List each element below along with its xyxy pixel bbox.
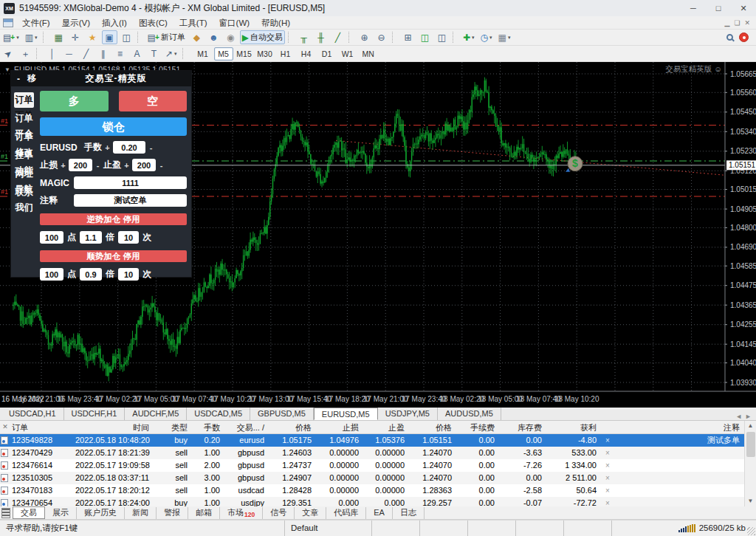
panel-nav-pending-order[interactable]: 挂单功能 — [14, 148, 34, 163]
menu-charts[interactable]: 图表(C) — [133, 16, 173, 30]
mdi-close-icon[interactable]: ✕ — [744, 19, 750, 27]
timeframe-m5[interactable]: M5 — [214, 47, 233, 61]
status-profile[interactable]: Default — [284, 520, 371, 536]
signals-button[interactable]: ◉ — [223, 30, 238, 44]
chat-button[interactable]: ☻ — [206, 30, 221, 44]
terminal-tab-trade[interactable]: 交易 — [13, 506, 45, 519]
dropdown-caret-icon[interactable]: ▾ — [508, 35, 511, 41]
equidistant-channel-button[interactable]: ∥ — [95, 47, 111, 61]
market-watch-button[interactable]: ▦ — [51, 30, 66, 44]
auto-arrange-button[interactable]: ◫ — [417, 30, 433, 44]
column-header-0[interactable]: 订单 — [0, 421, 71, 434]
close-order-icon[interactable]: × — [601, 497, 614, 506]
mdi-minimize-icon[interactable]: ▁ — [724, 19, 729, 27]
mdi-restore-icon[interactable]: ❏ — [734, 19, 740, 27]
dropdown-caret-icon[interactable]: ▾ — [16, 35, 19, 41]
column-header-2[interactable]: 类型 — [154, 421, 192, 434]
templates-button[interactable]: ▦▾ — [496, 30, 513, 44]
panel-nav-web-navigation[interactable]: 网址导航 — [14, 166, 34, 182]
minimize-button[interactable]: ─ — [681, 0, 706, 16]
timeframe-h1[interactable]: H1 — [276, 47, 295, 61]
terminal-tab-account-history[interactable]: 账户历史 — [77, 507, 125, 519]
order-row[interactable]: 1234704292022.05.17 18:21:39sell1.00gbpu… — [0, 447, 744, 459]
scroll-down-icon[interactable]: ▼ — [745, 496, 756, 506]
fibonacci-button[interactable]: ≡ — [112, 47, 128, 61]
vertical-line-button[interactable]: │ — [44, 47, 60, 61]
chart-tab-eurusd-m5[interactable]: EURUSD,M5 — [314, 408, 378, 420]
timeframe-h4[interactable]: H4 — [297, 47, 316, 61]
counter-points-input[interactable] — [40, 231, 63, 244]
terminal-tab-market[interactable]: 市场120 — [220, 507, 263, 519]
text-button[interactable]: A — [129, 47, 145, 61]
tp-plus-button[interactable]: + — [124, 161, 129, 170]
timeframe-m30[interactable]: M30 — [255, 47, 275, 61]
timeframe-w1[interactable]: W1 — [338, 47, 357, 61]
counter-multiplier-input[interactable] — [80, 231, 102, 244]
column-header-6[interactable]: 止损 — [316, 421, 363, 434]
panel-nav-open-order[interactable]: 订单下单 — [14, 92, 34, 108]
magic-input[interactable] — [74, 176, 187, 189]
trend-times-input[interactable] — [118, 268, 139, 281]
menu-view[interactable]: 显示(V) — [56, 16, 96, 30]
text-label-button[interactable]: T — [146, 47, 162, 61]
column-header-8[interactable]: 价格 — [409, 421, 456, 434]
autotrading-button[interactable]: ▶自动交易 — [240, 30, 285, 44]
panel-nav-contact-us[interactable]: 联系我们 — [14, 185, 34, 200]
timeframe-mn[interactable]: MN — [359, 47, 378, 61]
panel-nav-close-order[interactable]: 订单平仓 — [14, 111, 34, 126]
column-header-11[interactable]: 获利 — [546, 421, 601, 434]
close-order-icon[interactable]: × — [601, 434, 614, 447]
zoom-out-button[interactable]: ⊖ — [374, 30, 389, 44]
periods-button[interactable]: ◷▾ — [478, 30, 495, 44]
lots-input[interactable] — [113, 141, 145, 154]
depth-of-market-button[interactable]: ◆ — [189, 30, 205, 44]
indicators-button[interactable]: ✚▾ — [461, 30, 477, 44]
order-row[interactable]: 1234701832022.05.17 18:20:12sell1.00usdc… — [0, 484, 744, 497]
menu-tools[interactable]: 工具(T) — [173, 16, 213, 30]
search-icon[interactable] — [726, 34, 733, 41]
chart-tab-usdchf-h1[interactable]: USDCHF,H1 — [64, 408, 126, 420]
profiles-button[interactable]: ▥▾ — [23, 30, 40, 44]
candlestick-button[interactable]: ╫ — [313, 30, 329, 44]
terminal-tab-journal[interactable]: 日志 — [393, 507, 425, 519]
close-order-icon[interactable]: × — [601, 447, 614, 459]
terminal-close-icon[interactable]: ✕ — [1, 423, 9, 430]
sl-plus-button[interactable]: + — [61, 161, 66, 170]
sl-minus-button[interactable]: - — [95, 161, 100, 170]
notification-icon[interactable] — [739, 32, 749, 42]
counter-trend-add-button[interactable]: 逆势加仓 停用 — [40, 213, 187, 225]
terminal-tab-mailbox[interactable]: 邮箱 — [188, 507, 220, 519]
trend-points-input[interactable] — [40, 268, 63, 281]
orders-scrollbar[interactable]: ▲ ▼ — [744, 421, 756, 506]
scrollbar-thumb[interactable] — [746, 432, 755, 457]
order-row[interactable]: 1235498282022.05.18 10:48:20buy0.20eurus… — [0, 434, 744, 447]
chart-tab-audusd-m5[interactable]: AUDUSD,M5 — [438, 408, 501, 420]
terminal-tab-code-base[interactable]: 代码库 — [326, 507, 366, 519]
maximize-button[interactable]: □ — [706, 0, 731, 16]
terminal-button[interactable]: ▣ — [102, 30, 117, 44]
trade-panel-header[interactable]: - 移 交易宝-精英版 — [11, 71, 191, 86]
panel-move-button[interactable]: 移 — [27, 72, 47, 85]
chart-window[interactable]: #1#1#1$1.056651.055601.054501.053401.052… — [0, 62, 756, 408]
sell-button[interactable]: 空 — [119, 91, 188, 111]
resize-grip[interactable] — [747, 527, 755, 535]
order-row[interactable]: 1234706542022.05.17 18:24:00buy1.00usdjp… — [0, 497, 744, 506]
new-order-button[interactable]: ▤+新订单 — [145, 30, 188, 44]
line-chart-button[interactable]: ╱ — [330, 30, 346, 44]
chart-tab-gbpusd-m5[interactable]: GBPUSD,M5 — [250, 408, 314, 420]
terminal-tab-exposure[interactable]: 展示 — [45, 507, 77, 519]
scroll-up-icon[interactable]: ▲ — [745, 421, 756, 431]
column-header-5[interactable]: 价格 — [269, 421, 316, 434]
new-chart-button[interactable]: ▤+▾ — [1, 30, 21, 44]
navigator-button[interactable]: ★ — [85, 30, 100, 44]
strategy-tester-button[interactable]: ◫ — [119, 30, 134, 44]
chart-tab-audchf-m5[interactable]: AUDCHF,M5 — [125, 408, 187, 420]
dropdown-caret-icon[interactable]: ▾ — [489, 35, 492, 41]
track-chart-button[interactable]: ◫ — [434, 30, 450, 44]
timeframe-m1[interactable]: M1 — [193, 47, 213, 61]
terminal-corner-icon[interactable] — [1, 508, 10, 518]
comment-input[interactable] — [74, 194, 187, 207]
tile-windows-button[interactable]: ⊞ — [400, 30, 416, 44]
sl-input[interactable] — [69, 159, 92, 171]
chart-tab-usdcad-m5[interactable]: USDCAD,M5 — [187, 408, 250, 420]
